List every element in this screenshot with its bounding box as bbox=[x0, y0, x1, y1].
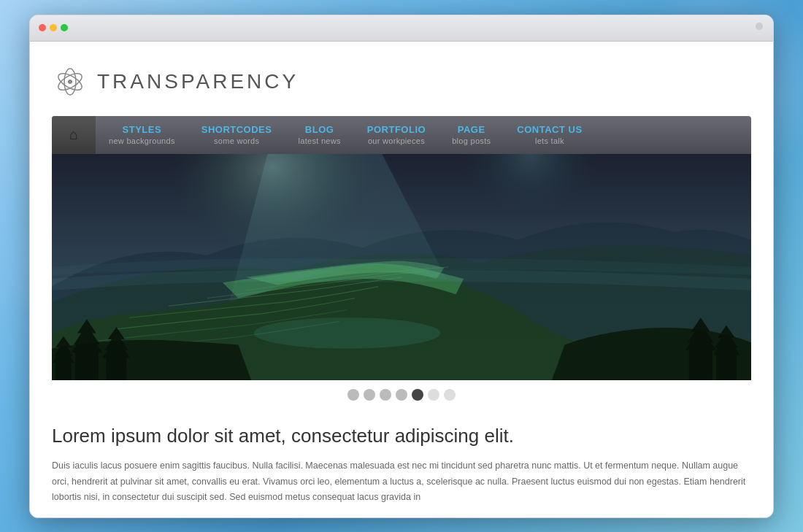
home-icon: ⌂ bbox=[69, 126, 78, 143]
home-nav-button[interactable]: ⌂ bbox=[52, 116, 96, 154]
browser-frame: TRANSPARENCY ⌂ STYLES new backgrounds SH… bbox=[29, 15, 774, 518]
slider-dots bbox=[52, 380, 751, 409]
nav-page-title: PAGE bbox=[458, 124, 485, 136]
nav-blog-title: BLOG bbox=[305, 124, 334, 136]
nav-item-page[interactable]: PAGE blog posts bbox=[439, 116, 504, 154]
logo-icon bbox=[52, 63, 88, 100]
slider-image bbox=[52, 154, 751, 380]
nav-blog-sub: latest news bbox=[298, 136, 340, 145]
slider-dot-3[interactable] bbox=[380, 389, 391, 401]
nav-page-sub: blog posts bbox=[452, 136, 491, 145]
close-button[interactable] bbox=[39, 24, 46, 31]
nav-portfolio-sub: our workpieces bbox=[368, 136, 425, 145]
browser-chrome bbox=[30, 15, 773, 42]
content-heading: Lorem ipsum dolor sit amet, consectetur … bbox=[52, 424, 748, 449]
main-content: Lorem ipsum dolor sit amet, consectetur … bbox=[52, 409, 751, 517]
svg-point-3 bbox=[68, 80, 72, 84]
nav-item-portfolio[interactable]: PORTFOLIO our workpieces bbox=[354, 116, 439, 154]
nav-shortcodes-title: SHORTCODES bbox=[201, 124, 272, 136]
nav-item-styles[interactable]: STYLES new backgrounds bbox=[96, 116, 188, 154]
nav-contact-sub: lets talk bbox=[535, 136, 564, 145]
nav-item-contact[interactable]: CONTACT US lets talk bbox=[504, 116, 595, 154]
navigation-bar: ⌂ STYLES new backgrounds SHORTCODES some… bbox=[52, 116, 751, 154]
slider-dot-4[interactable] bbox=[396, 389, 407, 401]
nav-styles-title: STYLES bbox=[123, 124, 162, 136]
maximize-button[interactable] bbox=[61, 24, 68, 31]
website-wrapper: TRANSPARENCY ⌂ STYLES new backgrounds SH… bbox=[30, 42, 773, 517]
nav-portfolio-title: PORTFOLIO bbox=[367, 124, 426, 136]
slider-dot-1[interactable] bbox=[347, 389, 359, 401]
nav-styles-sub: new backgrounds bbox=[109, 136, 175, 145]
nav-item-blog[interactable]: BLOG latest news bbox=[285, 116, 353, 154]
content-body: Duis iaculis lacus posuere enim sagittis… bbox=[52, 458, 748, 505]
slider-dot-7[interactable] bbox=[444, 389, 456, 401]
slider-dot-5[interactable] bbox=[412, 389, 423, 401]
minimize-button[interactable] bbox=[50, 24, 57, 31]
nav-item-shortcodes[interactable]: SHORTCODES some words bbox=[188, 116, 285, 154]
svg-rect-9 bbox=[52, 154, 751, 380]
browser-content: TRANSPARENCY ⌂ STYLES new backgrounds SH… bbox=[30, 42, 773, 517]
browser-indicator bbox=[756, 23, 763, 30]
slider-container bbox=[52, 154, 751, 380]
nav-items: STYLES new backgrounds SHORTCODES some w… bbox=[96, 116, 751, 154]
slider-dot-6[interactable] bbox=[428, 389, 439, 401]
slider-dot-2[interactable] bbox=[364, 389, 375, 401]
site-title: TRANSPARENCY bbox=[97, 70, 299, 93]
site-header: TRANSPARENCY bbox=[52, 56, 751, 107]
nav-contact-title: CONTACT US bbox=[517, 124, 582, 136]
nav-shortcodes-sub: some words bbox=[214, 136, 259, 145]
